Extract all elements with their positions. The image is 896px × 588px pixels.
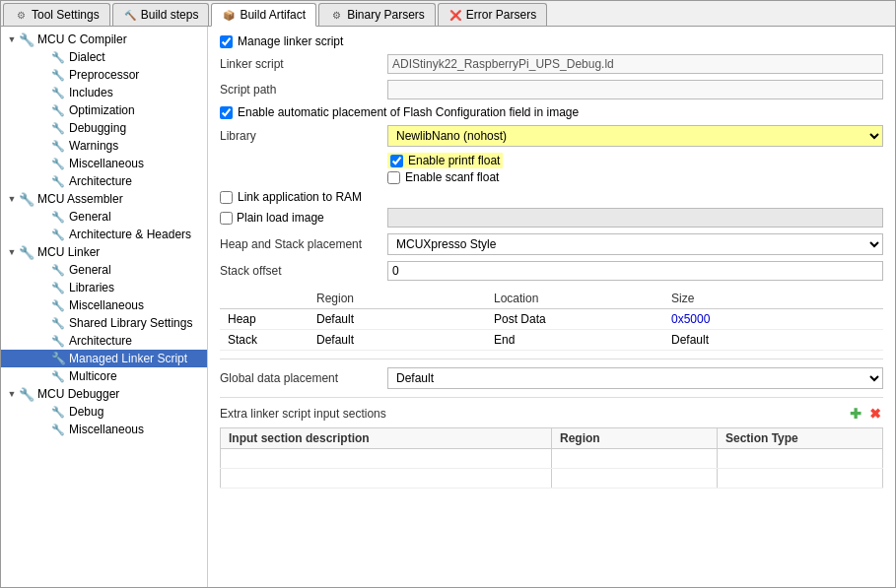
- row-location-stack: End: [486, 330, 663, 351]
- tree-item-miscellaneous-c[interactable]: 🔧 Miscellaneous: [1, 155, 207, 172]
- input-type-cell: [718, 469, 883, 489]
- input-table-row-2: [221, 469, 883, 489]
- tree-item-includes[interactable]: 🔧 Includes: [1, 84, 207, 101]
- leaf-icon: 🔧: [50, 368, 66, 384]
- tree-label: Architecture: [69, 174, 132, 188]
- heap-stack-dropdown[interactable]: MCUXpresso Style Standard: [387, 233, 883, 255]
- row-name-heap: Heap: [220, 309, 309, 330]
- tab-build-artifact[interactable]: 📦 Build Artifact: [211, 3, 316, 27]
- tree-item-shared-library-settings[interactable]: 🔧 Shared Library Settings: [1, 314, 207, 332]
- leaf-icon: 🔧: [50, 280, 66, 295]
- tab-error-parsers[interactable]: ❌ Error Parsers: [438, 3, 547, 26]
- tab-build-steps[interactable]: 🔨 Build steps: [112, 3, 210, 26]
- tree-item-architecture-linker[interactable]: 🔧 Architecture: [1, 332, 207, 350]
- heap-stack-table: Region Location Size Heap Default Post D…: [220, 289, 883, 351]
- expand-icon: ▼: [5, 194, 19, 204]
- tree-label: Dialect: [69, 50, 105, 64]
- group-icon: 🔧: [19, 386, 34, 402]
- tree-label: MCU Debugger: [37, 387, 119, 401]
- tab-tool-settings[interactable]: ⚙ Tool Settings: [3, 3, 110, 26]
- enable-printf-float-label: Enable printf float: [408, 154, 500, 167]
- tree-item-mcu-assembler[interactable]: ▼ 🔧 MCU Assembler: [1, 190, 207, 208]
- script-path-label: Script path: [220, 83, 387, 97]
- leaf-icon: 🔧: [50, 49, 66, 65]
- row-name-stack: Stack: [220, 330, 309, 351]
- table-row: Stack Default End Default: [220, 330, 883, 351]
- tree-item-mcu-linker[interactable]: ▼ 🔧 MCU Linker: [1, 243, 207, 261]
- hammer-icon: 🔨: [123, 8, 137, 22]
- manage-linker-script-row: Manage linker script: [220, 34, 883, 48]
- tree-item-dialect[interactable]: 🔧 Dialect: [1, 48, 207, 66]
- tree-item-debug[interactable]: 🔧 Debug: [1, 403, 207, 421]
- expand-icon: ▼: [5, 34, 19, 44]
- tab-binary-parsers[interactable]: ⚙ Binary Parsers: [318, 3, 436, 26]
- input-section-desc-header: Input section description: [221, 428, 552, 449]
- divider: [220, 359, 883, 359]
- library-dropdown[interactable]: NewlibNano (nohost) Newlib (nohost) Newl…: [387, 125, 883, 147]
- leaf-icon: 🔧: [50, 85, 66, 100]
- tree-label: Architecture & Headers: [69, 228, 191, 241]
- script-path-row: Script path: [220, 80, 883, 99]
- leaf-icon: 🔧: [50, 333, 66, 349]
- enable-scanf-float-checkbox[interactable]: [387, 171, 400, 184]
- stack-offset-input[interactable]: [387, 261, 883, 281]
- gear-icon: ⚙: [14, 8, 28, 22]
- tree-label: Architecture: [69, 334, 132, 348]
- tree-item-debugging[interactable]: 🔧 Debugging: [1, 119, 207, 137]
- tree-label: Miscellaneous: [69, 298, 144, 312]
- tree-item-miscellaneous-linker[interactable]: 🔧 Miscellaneous: [1, 296, 207, 314]
- tree-label: MCU Linker: [37, 245, 100, 259]
- enable-auto-placement-label: Enable automatic placement of Flash Conf…: [238, 105, 579, 119]
- input-desc-cell: [221, 449, 552, 469]
- tree-item-architecture-c[interactable]: 🔧 Architecture: [1, 172, 207, 190]
- package-icon: 📦: [222, 8, 236, 22]
- tree-item-optimization[interactable]: 🔧 Optimization: [1, 101, 207, 119]
- tree-item-architecture-headers[interactable]: 🔧 Architecture & Headers: [1, 226, 207, 243]
- extra-linker-header: Extra linker script input sections ✚ ✖: [220, 406, 883, 422]
- tree-item-mcu-c-compiler[interactable]: ▼ 🔧 MCU C Compiler: [1, 31, 207, 48]
- input-desc-cell: [221, 469, 552, 489]
- tree-item-preprocessor[interactable]: 🔧 Preprocessor: [1, 66, 207, 84]
- group-icon: 🔧: [19, 32, 34, 47]
- plain-load-image-label: Plain load image: [237, 211, 324, 225]
- region-header: Region: [309, 289, 486, 309]
- leaf-icon: 🔧: [50, 120, 66, 136]
- add-section-button[interactable]: ✚: [848, 406, 863, 422]
- global-data-placement-dropdown[interactable]: Default: [387, 367, 883, 389]
- tree-item-managed-linker-script[interactable]: 🔧 Managed Linker Script: [1, 350, 207, 367]
- enable-printf-float-checkbox[interactable]: [390, 155, 403, 167]
- remove-section-button[interactable]: ✖: [867, 406, 883, 422]
- tree-label: Debug: [69, 405, 103, 419]
- linker-script-input[interactable]: [387, 54, 883, 74]
- binary-icon: ⚙: [329, 8, 343, 22]
- input-sections-table: Input section description Region Section…: [220, 427, 883, 489]
- tree-item-warnings[interactable]: 🔧 Warnings: [1, 137, 207, 155]
- tree-label: General: [69, 210, 111, 224]
- manage-linker-script-checkbox[interactable]: [220, 35, 233, 48]
- leaf-icon: 🔧: [50, 156, 66, 171]
- leaf-icon: 🔧: [50, 209, 66, 225]
- link-to-ram-checkbox[interactable]: [220, 191, 233, 204]
- input-region-cell: [552, 449, 718, 469]
- global-data-placement-row: Global data placement Default: [220, 367, 883, 389]
- plain-load-image-checkbox[interactable]: [220, 212, 233, 225]
- tree-item-libraries[interactable]: 🔧 Libraries: [1, 279, 207, 296]
- size-header: Size: [663, 289, 883, 309]
- enable-auto-placement-checkbox[interactable]: [220, 106, 233, 119]
- script-path-input[interactable]: [387, 80, 883, 99]
- tree-item-multicore[interactable]: 🔧 Multicore: [1, 367, 207, 385]
- row-size-heap: 0x5000: [663, 309, 883, 330]
- tree-label: MCU C Compiler: [37, 33, 127, 46]
- tree-item-miscellaneous-debug[interactable]: 🔧 Miscellaneous: [1, 421, 207, 438]
- tree-item-general-asm[interactable]: 🔧 General: [1, 208, 207, 226]
- linker-script-label: Linker script: [220, 57, 387, 71]
- extra-linker-title: Extra linker script input sections: [220, 407, 848, 421]
- tree-label: Preprocessor: [69, 68, 139, 82]
- tree-item-general-linker[interactable]: 🔧 General: [1, 261, 207, 279]
- tree-item-mcu-debugger[interactable]: ▼ 🔧 MCU Debugger: [1, 385, 207, 403]
- tree-panel: ▼ 🔧 MCU C Compiler 🔧 Dialect 🔧 Preproces…: [1, 27, 208, 587]
- enable-scanf-float-label: Enable scanf float: [405, 170, 499, 184]
- table-row: Heap Default Post Data 0x5000: [220, 309, 883, 330]
- leaf-icon: 🔧: [50, 315, 66, 331]
- manage-linker-script-label: Manage linker script: [238, 34, 343, 48]
